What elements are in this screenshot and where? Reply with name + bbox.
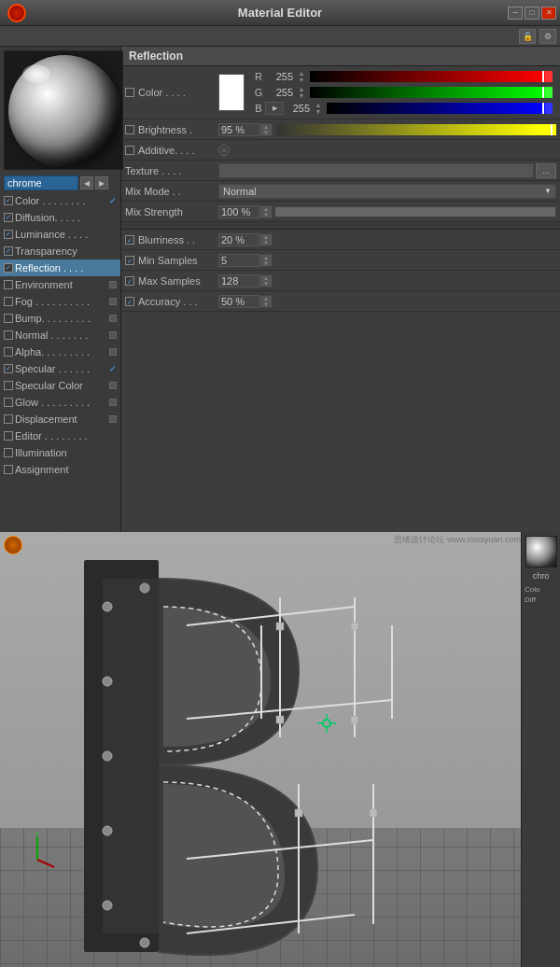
mix-mode-dropdown[interactable]: Normal ▼ <box>218 184 556 199</box>
channel-item-specular[interactable]: ✓ Specular . . . . . . ✓ <box>0 360 120 377</box>
next-material-button[interactable]: ▶ <box>95 176 108 189</box>
g-spinners[interactable]: ▲▼ <box>295 86 308 99</box>
channel-checkbox-glow[interactable] <box>4 398 13 407</box>
section-header-reflection: Reflection <box>121 47 560 66</box>
channel-label-fog: Fog . . . . . . . . . . <box>15 296 105 307</box>
channel-item-luminance[interactable]: ✓ Luminance . . . . <box>0 226 120 243</box>
b-bar <box>327 103 545 114</box>
prev-material-button[interactable]: ◀ <box>80 176 93 189</box>
app-logo <box>7 4 26 22</box>
channel-item-fog[interactable]: Fog . . . . . . . . . . <box>0 293 120 310</box>
accuracy-checkbox[interactable]: ✓ <box>125 297 134 306</box>
channel-item-glow[interactable]: Glow . . . . . . . . . <box>0 394 120 411</box>
b-spinners[interactable]: ▲▼ <box>312 102 325 115</box>
channel-checkbox-specular-color[interactable] <box>4 381 13 390</box>
channel-checkbox-editor[interactable] <box>4 431 13 441</box>
g-label: G <box>252 87 265 98</box>
channel-item-specular-color[interactable]: Specular Color <box>0 377 120 394</box>
channel-checkbox-diffusion[interactable]: ✓ <box>4 213 13 222</box>
svg-point-15 <box>103 826 112 835</box>
mini-material-panel: chro Colo Diff <box>521 532 560 967</box>
texture-label: Texture . . . . <box>125 165 218 176</box>
rgb-channels: R 255 ▲▼ G 255 ▲▼ <box>248 69 556 116</box>
channel-checkbox-alpha[interactable] <box>4 347 13 357</box>
min-samples-value[interactable]: 5 <box>218 254 259 267</box>
settings-icon[interactable]: ⚙ <box>539 29 556 44</box>
b-cycle-btn[interactable]: ▶ <box>265 102 284 115</box>
channel-checkbox-displacement[interactable] <box>4 414 13 424</box>
blurriness-value[interactable]: 20 % <box>218 233 259 246</box>
channel-item-color[interactable]: ✓ Color . . . . . . . . ✓ <box>0 192 120 209</box>
channel-item-displacement[interactable]: Displacement <box>0 411 120 427</box>
r-bar-container[interactable] <box>310 71 545 82</box>
maximize-button[interactable]: □ <box>525 7 539 20</box>
channel-checkbox-transparency[interactable]: ✓ <box>4 246 13 256</box>
minimize-button[interactable]: ─ <box>508 7 523 20</box>
channel-checkbox-illumination[interactable] <box>4 448 13 457</box>
texture-browse-button[interactable]: ... <box>536 163 556 178</box>
accuracy-spinner[interactable]: ▲▼ <box>259 295 273 308</box>
channel-item-environment[interactable]: Environment <box>0 276 120 293</box>
brightness-spinner[interactable]: ▲▼ <box>259 123 273 136</box>
channel-checkbox-fog[interactable] <box>4 297 13 306</box>
max-samples-spinner[interactable]: ▲▼ <box>259 274 273 287</box>
mix-strength-spinner[interactable]: ▲▼ <box>259 205 273 218</box>
g-bar-container[interactable] <box>310 87 545 98</box>
channel-checkbox-bump[interactable] <box>4 314 13 323</box>
channel-item-reflection[interactable]: ✓ Reflection . . . . <box>0 259 120 276</box>
channel-label-transparency: Transparency <box>15 245 117 257</box>
channel-item-transparency[interactable]: ✓ Transparency <box>0 243 120 259</box>
accuracy-value[interactable]: 50 % <box>218 295 259 308</box>
channel-checkbox-color[interactable]: ✓ <box>4 196 13 205</box>
lock-icon[interactable]: 🔓 <box>519 29 536 44</box>
blurriness-checkbox[interactable]: ✓ <box>125 235 134 245</box>
channel-label-illumination: Illumination <box>15 447 117 458</box>
svg-rect-26 <box>276 716 284 723</box>
channel-label-specular: Specular . . . . . . <box>15 363 107 374</box>
max-samples-value[interactable]: 128 <box>218 274 259 287</box>
channel-checkbox-specular[interactable]: ✓ <box>4 364 13 373</box>
texture-bar[interactable] <box>218 163 534 178</box>
min-samples-spinner[interactable]: ▲▼ <box>259 254 273 267</box>
additive-checkbox[interactable] <box>125 146 134 155</box>
min-samples-label: ✓ Min Samples <box>125 255 218 266</box>
g-channel-row: G 255 ▲▼ <box>248 85 556 100</box>
channel-item-assignment[interactable]: Assignment <box>0 461 120 478</box>
color-swatch[interactable] <box>218 74 245 111</box>
channel-checkbox-assignment[interactable] <box>4 465 13 474</box>
close-button[interactable]: ✕ <box>541 7 556 20</box>
mix-strength-bar[interactable] <box>274 206 556 217</box>
mix-strength-value[interactable]: 100 % <box>218 205 259 218</box>
brightness-value[interactable]: 95 % <box>218 123 259 136</box>
additive-toggle[interactable] <box>218 145 230 156</box>
channel-checkbox-normal[interactable] <box>4 330 13 340</box>
brightness-checkbox[interactable] <box>125 125 134 134</box>
blurriness-spinner[interactable]: ▲▼ <box>259 233 273 246</box>
channel-checkbox-environment[interactable] <box>4 280 13 289</box>
min-samples-checkbox[interactable]: ✓ <box>125 256 134 265</box>
channel-item-bump[interactable]: Bump. . . . . . . . . <box>0 310 120 327</box>
material-name-input[interactable] <box>4 175 78 190</box>
color-checkbox[interactable] <box>125 88 134 97</box>
channel-item-illumination[interactable]: Illumination <box>0 444 120 461</box>
g-value: 255 <box>265 87 295 98</box>
svg-point-17 <box>140 583 149 593</box>
b-bar-container[interactable] <box>327 103 545 114</box>
channel-item-normal[interactable]: Normal . . . . . . . <box>0 327 120 343</box>
channel-item-diffusion[interactable]: ✓ Diffusion. . . . . <box>0 209 120 226</box>
channel-label-environment: Environment <box>15 279 105 290</box>
3d-viewport[interactable]: Y X 思绪设计论坛 www.missyuan.com chro Colo Di… <box>0 532 560 967</box>
channel-item-alpha[interactable]: Alpha. . . . . . . . . <box>0 343 120 360</box>
channel-item-editor[interactable]: Editor . . . . . . . . <box>0 427 120 444</box>
svg-rect-25 <box>351 623 358 630</box>
material-preview[interactable] <box>4 50 123 170</box>
r-spinners[interactable]: ▲▼ <box>295 70 308 83</box>
channel-label-assignment: Assignment <box>15 464 117 475</box>
svg-point-18 <box>140 938 149 947</box>
svg-text:Y: Y <box>35 832 40 836</box>
max-samples-checkbox[interactable]: ✓ <box>125 276 134 286</box>
brightness-bar[interactable] <box>276 124 556 135</box>
channel-checkbox-luminance[interactable]: ✓ <box>4 230 13 239</box>
channel-label-normal: Normal . . . . . . . <box>15 329 105 341</box>
channel-checkbox-reflection[interactable]: ✓ <box>4 263 13 273</box>
